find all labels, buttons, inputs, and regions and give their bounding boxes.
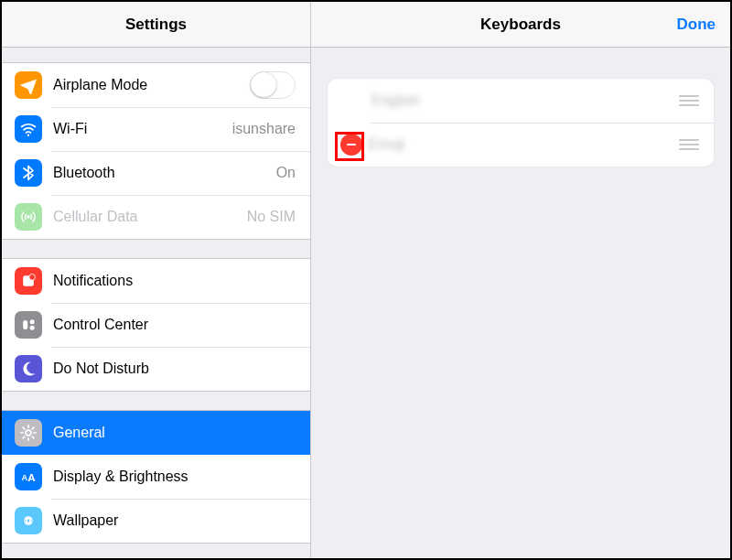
svg-rect-4 <box>23 320 27 329</box>
sidebar-item-bluetooth[interactable]: Bluetooth On <box>2 151 310 195</box>
sidebar-item-label: Control Center <box>53 317 296 333</box>
sidebar-title: Settings <box>125 16 187 34</box>
sidebar-item-value: isunshare <box>232 121 296 137</box>
reorder-handle-icon[interactable] <box>675 95 703 106</box>
reorder-handle-icon[interactable] <box>675 139 703 150</box>
keyboards-list: English Emoji <box>328 79 714 167</box>
sidebar-item-label: Bluetooth <box>53 165 276 181</box>
notifications-icon <box>15 267 42 295</box>
svg-point-5 <box>30 319 35 324</box>
controlcenter-icon <box>15 311 42 339</box>
sidebar-item-label: Display & Brightness <box>53 468 296 485</box>
sidebar-item-notifications[interactable]: Notifications <box>2 259 310 303</box>
settings-group-alerts: Notifications Control Center Do Not Dist… <box>2 258 310 392</box>
keyboard-name: Emoji <box>362 136 404 153</box>
svg-point-1 <box>27 215 29 218</box>
sidebar-item-wifi[interactable]: Wi-Fi isunshare <box>2 107 310 151</box>
sidebar-item-label: Notifications <box>53 273 296 289</box>
svg-point-6 <box>30 326 35 330</box>
gear-icon <box>15 419 42 447</box>
sidebar-item-wallpaper[interactable]: Wallpaper <box>2 499 310 543</box>
detail-header: Keyboards Done <box>311 2 730 48</box>
settings-group-general: General AA Display & Brightness Wallpape… <box>2 410 310 544</box>
sidebar-header: Settings <box>2 2 310 48</box>
bluetooth-icon <box>15 159 42 187</box>
sidebar-item-controlcenter[interactable]: Control Center <box>2 303 310 347</box>
svg-text:A: A <box>27 471 36 483</box>
sidebar-item-cellular[interactable]: Cellular Data No SIM <box>2 195 310 239</box>
wifi-icon <box>15 115 42 143</box>
sidebar-item-airplane[interactable]: Airplane Mode <box>2 63 310 107</box>
done-button[interactable]: Done <box>677 2 716 47</box>
sidebar-item-label: Cellular Data <box>53 209 247 225</box>
moon-icon <box>15 355 42 382</box>
airplane-toggle[interactable] <box>250 71 296 99</box>
settings-sidebar: Settings Airplane Mode Wi-Fi isunshare <box>2 2 311 558</box>
settings-group-network: Airplane Mode Wi-Fi isunshare Bluetooth … <box>2 62 310 240</box>
sidebar-item-dnd[interactable]: Do Not Disturb <box>2 347 310 391</box>
detail-title: Keyboards <box>480 16 561 34</box>
airplane-icon <box>15 71 42 99</box>
svg-point-3 <box>29 275 36 281</box>
cellular-icon <box>15 203 42 231</box>
delete-button[interactable] <box>340 134 362 156</box>
svg-point-0 <box>27 135 29 136</box>
keyboard-name: English <box>340 92 419 109</box>
sidebar-item-label: Wi-Fi <box>53 121 232 137</box>
sidebar-item-display[interactable]: AA Display & Brightness <box>2 455 310 499</box>
keyboard-row[interactable]: Emoji <box>328 123 714 167</box>
app-frame: Settings Airplane Mode Wi-Fi isunshare <box>0 0 732 560</box>
sidebar-item-label: General <box>53 425 296 441</box>
sidebar-item-value: On <box>276 165 296 181</box>
sidebar-item-label: Airplane Mode <box>53 77 250 93</box>
detail-pane: Keyboards Done English Emoji <box>311 2 730 558</box>
sidebar-item-label: Do Not Disturb <box>53 361 296 377</box>
display-icon: AA <box>15 463 42 490</box>
sidebar-item-value: No SIM <box>247 209 296 225</box>
sidebar-item-general[interactable]: General <box>2 411 310 455</box>
wallpaper-icon <box>15 507 42 534</box>
keyboard-row[interactable]: English <box>328 79 714 123</box>
sidebar-item-label: Wallpaper <box>53 512 296 529</box>
svg-point-7 <box>26 430 31 436</box>
